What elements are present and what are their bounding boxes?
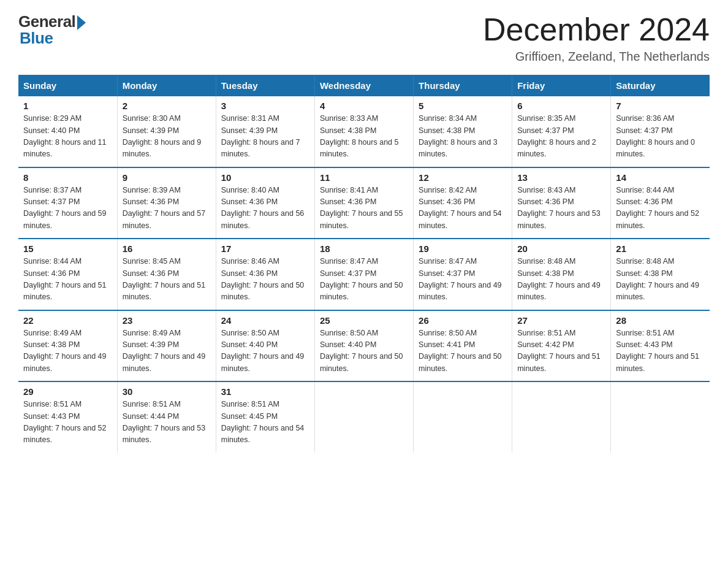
calendar-cell: 3 Sunrise: 8:31 AM Sunset: 4:39 PM Dayli… (216, 96, 314, 167)
day-info: Sunrise: 8:29 AM Sunset: 4:40 PM Dayligh… (23, 113, 112, 161)
calendar-cell: 18 Sunrise: 8:47 AM Sunset: 4:37 PM Dayl… (314, 239, 413, 310)
calendar-week-row: 1 Sunrise: 8:29 AM Sunset: 4:40 PM Dayli… (18, 96, 710, 167)
day-number: 1 (23, 101, 112, 111)
calendar-table: SundayMondayTuesdayWednesdayThursdayFrid… (18, 75, 710, 453)
day-info: Sunrise: 8:51 AM Sunset: 4:43 PM Dayligh… (23, 399, 112, 446)
calendar-cell: 28 Sunrise: 8:51 AM Sunset: 4:43 PM Dayl… (611, 310, 710, 382)
header-monday: Monday (117, 75, 216, 96)
day-info: Sunrise: 8:40 AM Sunset: 4:36 PM Dayligh… (221, 185, 309, 232)
day-info: Sunrise: 8:44 AM Sunset: 4:36 PM Dayligh… (23, 256, 112, 304)
day-number: 20 (517, 243, 605, 254)
day-info: Sunrise: 8:50 AM Sunset: 4:41 PM Dayligh… (419, 327, 507, 375)
day-number: 26 (419, 315, 507, 326)
day-number: 8 (23, 172, 112, 183)
day-info: Sunrise: 8:51 AM Sunset: 4:44 PM Dayligh… (123, 399, 211, 446)
day-info: Sunrise: 8:30 AM Sunset: 4:39 PM Dayligh… (123, 113, 211, 161)
calendar-cell: 13 Sunrise: 8:43 AM Sunset: 4:36 PM Dayl… (512, 167, 611, 239)
calendar-cell (414, 381, 512, 453)
day-number: 14 (616, 172, 705, 183)
day-number: 7 (616, 101, 705, 111)
day-number: 9 (123, 172, 211, 183)
calendar-cell: 20 Sunrise: 8:48 AM Sunset: 4:38 PM Dayl… (512, 239, 611, 310)
day-info: Sunrise: 8:47 AM Sunset: 4:37 PM Dayligh… (419, 256, 507, 304)
day-info: Sunrise: 8:48 AM Sunset: 4:38 PM Dayligh… (616, 256, 705, 304)
day-number: 27 (517, 315, 605, 326)
calendar-cell: 12 Sunrise: 8:42 AM Sunset: 4:36 PM Dayl… (414, 167, 512, 239)
day-number: 18 (320, 243, 408, 254)
day-number: 19 (419, 243, 507, 254)
day-number: 28 (616, 315, 705, 326)
calendar-week-row: 22 Sunrise: 8:49 AM Sunset: 4:38 PM Dayl… (18, 310, 710, 382)
calendar-cell: 21 Sunrise: 8:48 AM Sunset: 4:38 PM Dayl… (611, 239, 710, 310)
calendar-cell: 4 Sunrise: 8:33 AM Sunset: 4:38 PM Dayli… (314, 96, 413, 167)
location-text: Griffioen, Zeeland, The Netherlands (483, 50, 710, 64)
calendar-cell: 22 Sunrise: 8:49 AM Sunset: 4:38 PM Dayl… (18, 310, 117, 382)
day-info: Sunrise: 8:46 AM Sunset: 4:36 PM Dayligh… (221, 256, 309, 304)
header-sunday: Sunday (18, 75, 117, 96)
calendar-cell: 8 Sunrise: 8:37 AM Sunset: 4:37 PM Dayli… (18, 167, 117, 239)
calendar-cell: 19 Sunrise: 8:47 AM Sunset: 4:37 PM Dayl… (414, 239, 512, 310)
day-info: Sunrise: 8:49 AM Sunset: 4:39 PM Dayligh… (123, 327, 211, 375)
day-number: 24 (221, 315, 309, 326)
day-info: Sunrise: 8:44 AM Sunset: 4:36 PM Dayligh… (616, 185, 705, 232)
day-info: Sunrise: 8:35 AM Sunset: 4:37 PM Dayligh… (517, 113, 605, 161)
calendar-cell: 6 Sunrise: 8:35 AM Sunset: 4:37 PM Dayli… (512, 96, 611, 167)
day-info: Sunrise: 8:50 AM Sunset: 4:40 PM Dayligh… (221, 327, 309, 375)
day-info: Sunrise: 8:50 AM Sunset: 4:40 PM Dayligh… (320, 327, 408, 375)
calendar-cell: 9 Sunrise: 8:39 AM Sunset: 4:36 PM Dayli… (117, 167, 216, 239)
logo: General Blue (18, 12, 86, 48)
day-info: Sunrise: 8:51 AM Sunset: 4:42 PM Dayligh… (517, 327, 605, 375)
day-number: 25 (320, 315, 408, 326)
calendar-cell (611, 381, 710, 453)
header-saturday: Saturday (611, 75, 710, 96)
logo-arrow-icon (77, 15, 86, 30)
month-title: December 2024 (483, 12, 710, 47)
day-number: 17 (221, 243, 309, 254)
calendar-cell: 29 Sunrise: 8:51 AM Sunset: 4:43 PM Dayl… (18, 381, 117, 453)
header-thursday: Thursday (414, 75, 512, 96)
day-number: 11 (320, 172, 408, 183)
day-info: Sunrise: 8:51 AM Sunset: 4:45 PM Dayligh… (221, 399, 309, 446)
calendar-cell (512, 381, 611, 453)
day-info: Sunrise: 8:37 AM Sunset: 4:37 PM Dayligh… (23, 185, 112, 232)
day-info: Sunrise: 8:51 AM Sunset: 4:43 PM Dayligh… (616, 327, 705, 375)
day-number: 22 (23, 315, 112, 326)
day-info: Sunrise: 8:49 AM Sunset: 4:38 PM Dayligh… (23, 327, 112, 375)
day-number: 29 (23, 386, 112, 397)
calendar-cell: 17 Sunrise: 8:46 AM Sunset: 4:36 PM Dayl… (216, 239, 314, 310)
calendar-cell: 7 Sunrise: 8:36 AM Sunset: 4:37 PM Dayli… (611, 96, 710, 167)
calendar-cell: 5 Sunrise: 8:34 AM Sunset: 4:38 PM Dayli… (414, 96, 512, 167)
calendar-cell: 26 Sunrise: 8:50 AM Sunset: 4:41 PM Dayl… (414, 310, 512, 382)
calendar-cell: 15 Sunrise: 8:44 AM Sunset: 4:36 PM Dayl… (18, 239, 117, 310)
calendar-cell: 11 Sunrise: 8:41 AM Sunset: 4:36 PM Dayl… (314, 167, 413, 239)
calendar-cell: 31 Sunrise: 8:51 AM Sunset: 4:45 PM Dayl… (216, 381, 314, 453)
day-info: Sunrise: 8:34 AM Sunset: 4:38 PM Dayligh… (419, 113, 507, 161)
calendar-cell: 25 Sunrise: 8:50 AM Sunset: 4:40 PM Dayl… (314, 310, 413, 382)
day-info: Sunrise: 8:45 AM Sunset: 4:36 PM Dayligh… (123, 256, 211, 304)
day-info: Sunrise: 8:36 AM Sunset: 4:37 PM Dayligh… (616, 113, 705, 161)
page-header: General Blue December 2024 Griffioen, Ze… (18, 12, 710, 64)
day-info: Sunrise: 8:48 AM Sunset: 4:38 PM Dayligh… (517, 256, 605, 304)
day-number: 5 (419, 101, 507, 111)
day-number: 12 (419, 172, 507, 183)
calendar-cell: 30 Sunrise: 8:51 AM Sunset: 4:44 PM Dayl… (117, 381, 216, 453)
calendar-week-row: 8 Sunrise: 8:37 AM Sunset: 4:37 PM Dayli… (18, 167, 710, 239)
day-number: 21 (616, 243, 705, 254)
day-number: 10 (221, 172, 309, 183)
day-number: 31 (221, 386, 309, 397)
day-info: Sunrise: 8:39 AM Sunset: 4:36 PM Dayligh… (123, 185, 211, 232)
day-info: Sunrise: 8:41 AM Sunset: 4:36 PM Dayligh… (320, 185, 408, 232)
day-number: 6 (517, 101, 605, 111)
header-tuesday: Tuesday (216, 75, 314, 96)
day-info: Sunrise: 8:43 AM Sunset: 4:36 PM Dayligh… (517, 185, 605, 232)
calendar-week-row: 29 Sunrise: 8:51 AM Sunset: 4:43 PM Dayl… (18, 381, 710, 453)
calendar-cell (314, 381, 413, 453)
day-info: Sunrise: 8:31 AM Sunset: 4:39 PM Dayligh… (221, 113, 309, 161)
calendar-cell: 16 Sunrise: 8:45 AM Sunset: 4:36 PM Dayl… (117, 239, 216, 310)
calendar-cell: 2 Sunrise: 8:30 AM Sunset: 4:39 PM Dayli… (117, 96, 216, 167)
calendar-cell: 24 Sunrise: 8:50 AM Sunset: 4:40 PM Dayl… (216, 310, 314, 382)
day-info: Sunrise: 8:47 AM Sunset: 4:37 PM Dayligh… (320, 256, 408, 304)
day-number: 3 (221, 101, 309, 111)
calendar-cell: 23 Sunrise: 8:49 AM Sunset: 4:39 PM Dayl… (117, 310, 216, 382)
logo-blue-text: Blue (18, 29, 53, 48)
